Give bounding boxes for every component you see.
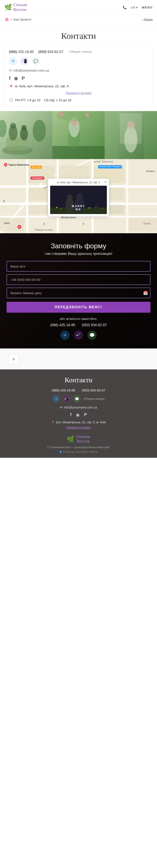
map-section[interactable]: M Тараса Шевченка Sport Life АТБ-Маркет … [0, 159, 157, 233]
form-telegram-button[interactable]: ✈ [60, 331, 69, 340]
label-rebernya: Реберня на Узвоз [35, 229, 53, 231]
facebook-icon[interactable]: f [9, 75, 10, 81]
footer-instagram-icon[interactable]: ◉ [76, 412, 80, 417]
form-icons-row: ✈ 📲 💬 [6, 331, 151, 340]
contact-card: (066) 425-16-85 (050) 934-62-07 (Обидва … [4, 45, 153, 107]
scroll-up-button[interactable]: ∧ [9, 354, 18, 364]
gallery-photo-1 [0, 111, 52, 159]
footer-viber-button[interactable]: 📲 [63, 395, 70, 403]
hours-row: 🕐 ПН-ПТ: з 9 до 19 СБ-НД: з 10 до 18 [9, 98, 148, 102]
form-section: Заповніть форму і ми створимо Вашу ідеал… [0, 233, 157, 348]
telegram-button[interactable]: ✈ [9, 57, 17, 65]
fb-marker-1: f [3, 199, 4, 204]
calendar-icon: 📅 [143, 291, 148, 296]
page-title: Контакти [4, 31, 153, 41]
label-zhitniy: Житній ринок [61, 216, 76, 219]
date-input[interactable] [6, 287, 151, 298]
whatsapp-button[interactable]: 💬 [32, 57, 40, 65]
form-phone-1[interactable]: (066) 425-16-85 [50, 323, 75, 327]
footer-tagline: © Стильне весілля — організація весіль в… [6, 446, 151, 449]
map-popup-address: м. Київ, вул. Межигірська, 22, оф. 9 [50, 181, 107, 184]
combined-label: (Обидва номери) [69, 50, 92, 54]
hours-text: ПН-ПТ: з 9 до 19 СБ-НД: з 10 до 18 [15, 98, 71, 102]
fb-marker-2: f [43, 222, 45, 226]
svg-point-55 [56, 207, 57, 208]
scroll-up-section: ∧ [0, 348, 157, 369]
menu-button[interactable]: MENU [142, 6, 153, 9]
label-puzata: Пузата [144, 222, 151, 225]
phones-row: (066) 425-16-85 (050) 934-62-07 (Обидва … [9, 50, 148, 54]
breadcrumb-projects-link[interactable]: Інші проекти [13, 18, 31, 21]
footer-combined-label: (Обидва номери) [84, 397, 105, 400]
address-row: 📍 м. Київ, вул. Межигірська, 22, оф. 9 [9, 84, 148, 89]
svg-point-7 [21, 125, 27, 130]
footer-pinterest-icon[interactable]: P [84, 412, 87, 417]
viber-button[interactable]: 📲 [20, 57, 29, 65]
messenger-icons-row: ✈ 📲 💬 [9, 57, 148, 65]
map-popup: ✕ м. Київ, вул. Межигірська, 22, оф. 9 M… [48, 179, 109, 216]
footer-map-link[interactable]: Показати на мапі [6, 426, 151, 429]
footer-developer[interactable]: 🔷 ГЛЯНЕЦЬ: РОЗРОБКА САЙТІВ [6, 451, 151, 454]
chevron-down-icon: ▾ [136, 6, 137, 9]
footer-email-link[interactable]: info@yesyesyes.com.ua [64, 406, 97, 409]
social-row: f ◉ P [9, 75, 148, 81]
form-viber-button[interactable]: 📲 [74, 331, 83, 340]
footer-telegram-button[interactable]: ✈ [52, 395, 60, 403]
footer-facebook-icon[interactable]: f [70, 412, 71, 417]
logo[interactable]: 🌿 Стильне Весілля [4, 3, 27, 12]
language-selector[interactable]: UA ▾ [131, 6, 137, 9]
form-phone-2[interactable]: (050) 934-62-07 [82, 323, 107, 327]
phone-1[interactable]: (066) 425-16-85 [9, 50, 34, 54]
back-arrow-icon: ‹ [142, 18, 143, 21]
submit-button[interactable]: ПЕРЕДЗВОНІТЬ МЕНІ!! [6, 302, 151, 313]
fb-marker-3: f [83, 222, 84, 226]
pinterest-icon[interactable]: P [22, 75, 25, 81]
svg-text:MARRY: MARRY [72, 205, 85, 208]
instagram-icon[interactable]: ◉ [14, 75, 18, 81]
label-okko: ОККО [4, 222, 10, 224]
label-astarta: Астарта [146, 170, 155, 173]
svg-point-57 [89, 207, 90, 209]
map-background: M Тараса Шевченка Sport Life АТБ-Маркет … [0, 159, 157, 233]
back-button[interactable]: ‹ Назад [142, 18, 153, 21]
footer-whatsapp-button[interactable]: 💬 [73, 395, 81, 403]
email-icon: ✉ [9, 68, 12, 72]
footer-email-row: ✉ info@yesyesyes.com.ua [6, 406, 151, 409]
breadcrumb-left: 🌸 > Інші проекти [4, 17, 31, 22]
svg-point-52 [76, 193, 83, 199]
header-phone[interactable]: 📞 [123, 6, 126, 9]
svg-rect-46 [129, 218, 157, 231]
footer-phone-1[interactable]: (066) 425-16-85 [52, 389, 75, 392]
svg-point-17 [58, 112, 64, 117]
email-row: ✉ info@yesyesyes.com.ua [9, 68, 148, 72]
footer-social-row: f ◉ P [6, 412, 151, 417]
metro-label: M Тараса Шевченка [4, 163, 29, 166]
svg-rect-12 [52, 146, 105, 159]
map-link[interactable]: Показати на мапі [65, 91, 91, 95]
svg-rect-45 [0, 218, 24, 231]
svg-point-50 [67, 194, 73, 200]
sport-life-marker: Sport Life [31, 165, 42, 169]
svg-rect-21 [105, 111, 118, 159]
map-link-row: Показати на мапі [9, 91, 148, 95]
gallery-photo-3 [105, 111, 157, 159]
footer-phone-2[interactable]: (050) 934-62-07 [82, 389, 105, 392]
street-turska: вулиця Туральська [94, 160, 113, 163]
form-whatsapp-button[interactable]: 💬 [88, 331, 97, 340]
footer-email-icon: ✉ [60, 406, 63, 409]
form-subtitle: і ми створимо Вашу ідеальну пропозицію! [6, 252, 151, 256]
svg-rect-30 [26, 159, 28, 233]
gallery-photo-2 [52, 111, 105, 159]
email-link[interactable]: info@yesyesyes.com.ua [13, 68, 49, 72]
header-right: 📞 UA ▾ MENU [123, 6, 153, 9]
phone-2[interactable]: (050) 934-62-07 [38, 50, 63, 54]
footer-address-icon: 📍 [51, 421, 55, 424]
map-popup-close[interactable]: ✕ [104, 180, 107, 184]
footer-logo[interactable]: 🌿 Стильне Весілля [6, 434, 151, 443]
photo-gallery [0, 111, 157, 159]
svg-rect-33 [126, 159, 128, 233]
school-marker: Гімназія №107 "Введенська" [98, 165, 122, 168]
phone-input[interactable] [6, 274, 151, 285]
name-input[interactable] [6, 261, 151, 272]
svg-point-59 [102, 208, 103, 209]
